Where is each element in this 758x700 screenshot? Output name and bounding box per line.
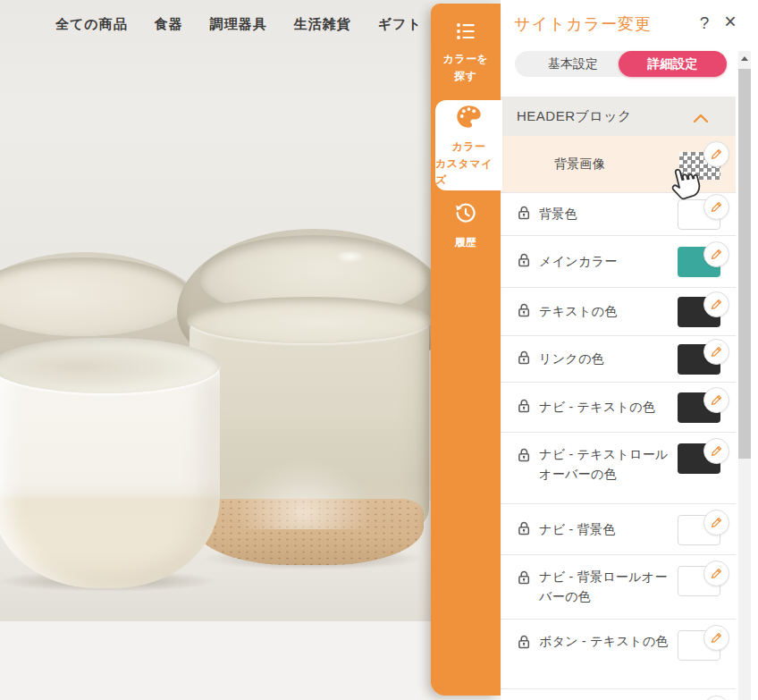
header-block-section[interactable]: HEADERブロック [501,97,736,136]
edit-pencil-button[interactable] [703,291,729,317]
color-setting-row: ボタン - テキストの色 [501,619,736,688]
color-setting-row: ナビ - 背景ロールオーバーの色 [501,554,736,619]
tab-label: カラーを [443,51,489,67]
nav-item[interactable]: 全ての商品 [55,16,128,33]
tab-label: 探す [454,68,476,84]
color-setting-label: 背景画像 [554,154,605,173]
edit-pencil-button[interactable] [703,241,729,267]
swatch-area [678,566,720,596]
nav-item[interactable]: ギフト [378,16,422,33]
edit-pencil-button[interactable] [703,696,729,700]
color-setting-label: 背景色 [539,204,577,223]
color-setting-label: ナビ - 背景色 [539,519,616,539]
color-setting-label: ナビ - テキストロールオーバーの色 [539,444,673,485]
preview-nav-bar: 全ての商品食器調理器具生活雑貨ギフト [0,0,501,49]
basic-settings-button[interactable]: 基本設定 [515,51,631,77]
swatch-area [678,392,720,423]
edit-pencil-button[interactable] [703,141,729,167]
unlock-icon[interactable] [517,634,533,654]
color-setting-label: リンクの色 [539,349,604,368]
unlock-icon[interactable] [517,205,533,224]
swatch-area [678,630,720,661]
preview-section-below-hero [0,621,501,700]
swatch-area [678,152,720,182]
swatch-area [678,515,720,545]
color-setting-row: リンクの色 [501,335,736,382]
unlock-icon[interactable] [517,350,533,369]
tab-label: カスタマイズ [435,156,502,188]
unlock-icon[interactable] [517,302,533,322]
color-setting-label: ナビ - 背景ロールオーバーの色 [539,567,673,607]
palette-icon [455,103,483,134]
cup-gloss [223,449,384,529]
unlock-icon[interactable] [517,569,533,589]
cup-rim [0,338,220,393]
scrollbar-up-arrow[interactable] [738,51,751,65]
history-icon [453,201,478,230]
swatch-area [678,247,720,277]
swatch-area [678,297,720,327]
color-settings-list: HEADERブロック 背景画像背景色メインカラーテキストの色リンクの色ナビ - … [501,97,736,700]
edit-pencil-button[interactable] [703,194,729,220]
site-color-panel: サイトカラー変更 ? × 基本設定 詳細設定 HEADERブロック 背景画像背景… [501,0,758,700]
website-preview: 全ての商品食器調理器具生活雑貨ギフト [0,0,501,700]
cup-rim [188,297,431,343]
editor-tab-strip: カラーを 探す カラー カスタマイズ [431,4,501,696]
unlock-icon[interactable] [517,447,533,467]
help-button[interactable]: ? [694,13,715,34]
color-setting-row: 背景画像 [501,136,736,192]
unlock-icon[interactable] [517,252,533,272]
bowl-gleam [335,250,366,263]
close-button[interactable]: × [719,10,742,33]
tab-find-color[interactable]: カラーを 探す [431,9,501,95]
swatch-area [678,443,720,474]
nav-item[interactable]: 生活雑貨 [294,16,351,33]
settings-mode-toggle: 基本設定 詳細設定 [515,51,727,77]
photo-cup-front [0,338,220,592]
swatch-area [678,689,720,700]
color-setting-label: テキストの色 [539,301,617,321]
photo-cup-right [188,297,431,570]
bowl-inner [0,257,191,336]
scrollbar-thumb[interactable] [738,69,751,459]
color-setting-row: ナビ - テキストロールオーバーの色 [501,432,736,503]
nav-item[interactable]: 食器 [155,16,183,33]
cup-body [0,363,220,588]
edit-pencil-button[interactable] [703,510,729,536]
unlock-icon[interactable] [517,398,533,417]
unlock-icon[interactable] [517,520,533,540]
tab-color-customize-active[interactable]: カラー カスタマイズ [435,100,502,190]
color-setting-label: ボタン - テキストの色 [539,631,669,651]
site-color-editor-screen: 全ての商品食器調理器具生活雑貨ギフト カラーを 探す [0,0,758,700]
color-setting-row: ナビ - テキストの色 [501,382,736,432]
color-setting-row: メインカラー [501,235,736,287]
swatch-area [678,199,720,230]
panel-scrollbar[interactable] [738,51,751,700]
panel-title: サイトカラー変更 [514,13,652,35]
color-setting-row: 背景色 [501,192,736,235]
nav-item[interactable]: 調理器具 [210,16,267,33]
tab-label: 履歴 [455,234,477,250]
list-icon [454,20,477,46]
color-setting-row: ナビ - 背景色 [501,503,736,554]
chevron-up-icon[interactable] [693,111,709,122]
color-setting-row-partial [501,688,736,700]
edit-pencil-button[interactable] [703,339,729,365]
tab-label: カラー [451,139,485,155]
detail-settings-button-active[interactable]: 詳細設定 [619,51,727,77]
section-title: HEADERブロック [517,108,632,125]
swatch-area [678,344,720,375]
edit-pencil-button[interactable] [703,561,729,586]
color-setting-row: テキストの色 [501,287,736,335]
edit-pencil-button[interactable] [703,625,729,651]
edit-pencil-button[interactable] [703,387,729,413]
tab-history[interactable]: 履歴 [431,193,501,257]
hero-photo-ceramic-cups: 全ての商品食器調理器具生活雑貨ギフト [0,0,501,621]
edit-pencil-button[interactable] [703,438,729,464]
color-setting-label: メインカラー [539,251,617,271]
color-setting-label: ナビ - テキストの色 [539,397,655,417]
